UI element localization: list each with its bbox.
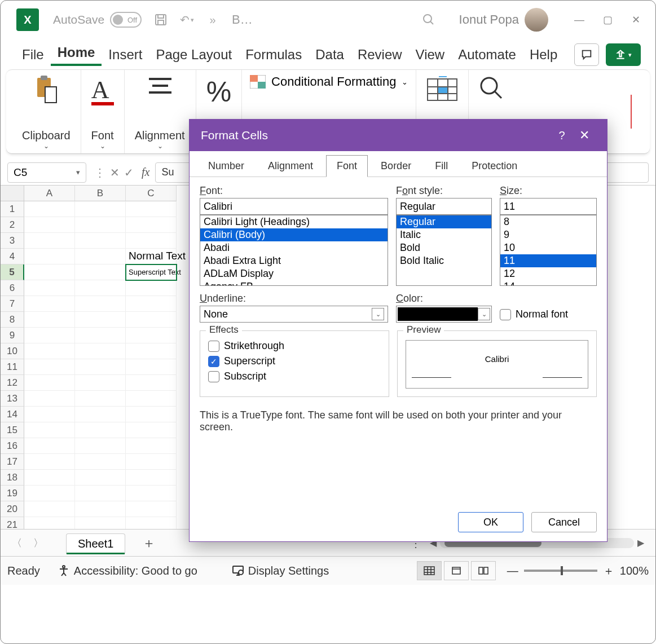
- list-item[interactable]: Abadi Extra Light: [200, 254, 388, 267]
- cell[interactable]: [24, 501, 75, 517]
- cell[interactable]: [75, 359, 126, 375]
- name-box[interactable]: C5 ▾: [7, 162, 86, 183]
- username[interactable]: Ionut Popa: [459, 12, 519, 27]
- dialog-tab-border[interactable]: Border: [370, 155, 422, 177]
- list-item[interactable]: Calibri (Body): [200, 228, 388, 241]
- row-header[interactable]: 1: [1, 201, 24, 217]
- superscript-checkbox[interactable]: ✓ Superscript: [208, 355, 381, 367]
- cell[interactable]: [24, 328, 75, 343]
- undo-icon[interactable]: ↶ ▾: [179, 12, 195, 28]
- tab-file[interactable]: File: [15, 43, 51, 66]
- ribbon-group-clipboard[interactable]: Clipboard ⌄: [12, 70, 81, 153]
- cell[interactable]: [75, 454, 126, 470]
- cell[interactable]: [75, 343, 126, 359]
- cell[interactable]: Normal Text: [126, 249, 177, 264]
- cell[interactable]: [75, 438, 126, 454]
- cell[interactable]: [24, 486, 75, 501]
- sheet-next-icon[interactable]: 〉: [33, 536, 43, 550]
- filename[interactable]: B…: [232, 12, 253, 27]
- size-input[interactable]: [500, 198, 597, 215]
- avatar[interactable]: [525, 8, 548, 32]
- sheet-prev-icon[interactable]: 〈: [12, 536, 22, 550]
- row-header[interactable]: 12: [1, 375, 24, 391]
- zoom-level[interactable]: 100%: [620, 564, 649, 577]
- toggle-switch[interactable]: Off: [110, 12, 142, 28]
- dialog-close-button[interactable]: ✕: [573, 128, 596, 143]
- row-header[interactable]: 14: [1, 407, 24, 422]
- cell[interactable]: [24, 296, 75, 312]
- cell[interactable]: [24, 233, 75, 249]
- color-select[interactable]: ⌄: [396, 306, 492, 323]
- subscript-checkbox[interactable]: Subscript: [208, 370, 381, 382]
- maximize-button[interactable]: ▢: [593, 8, 622, 31]
- cell[interactable]: [126, 454, 177, 470]
- autosave-toggle[interactable]: AutoSave Off: [53, 12, 142, 28]
- col-header[interactable]: A: [24, 186, 75, 201]
- dialog-title-bar[interactable]: Format Cells ? ✕: [190, 120, 607, 151]
- list-item[interactable]: Abadi: [200, 241, 388, 254]
- row-header[interactable]: 10: [1, 343, 24, 359]
- cell[interactable]: [75, 470, 126, 486]
- list-item[interactable]: ADLaM Display: [200, 267, 388, 280]
- fx-icon[interactable]: fx: [142, 166, 149, 179]
- ribbon-group-font[interactable]: A Font ⌄: [81, 70, 125, 153]
- cell[interactable]: [24, 312, 75, 328]
- row-header[interactable]: 20: [1, 501, 24, 517]
- font-input[interactable]: [200, 198, 388, 215]
- row-header[interactable]: 3: [1, 233, 24, 249]
- cell[interactable]: [75, 328, 126, 343]
- dialog-help-button[interactable]: ?: [551, 129, 573, 142]
- cell[interactable]: [126, 233, 177, 249]
- list-item[interactable]: 9: [500, 228, 596, 241]
- cell[interactable]: [24, 343, 75, 359]
- list-item[interactable]: Bold: [397, 241, 491, 254]
- dialog-tab-font[interactable]: Font: [326, 155, 368, 177]
- cell[interactable]: [75, 249, 126, 264]
- list-item[interactable]: Italic: [397, 228, 491, 241]
- enter-icon[interactable]: ✓: [124, 166, 134, 179]
- cell[interactable]: [75, 407, 126, 422]
- font-style-input[interactable]: [396, 198, 492, 215]
- row-header[interactable]: 19: [1, 486, 24, 501]
- ribbon-group-alignment[interactable]: Alignment ⌄: [125, 70, 196, 153]
- dialog-tab-alignment[interactable]: Alignment: [257, 155, 324, 177]
- list-item[interactable]: 11: [500, 254, 596, 267]
- cell[interactable]: [126, 422, 177, 438]
- zoom-control[interactable]: — ＋ 100%: [507, 563, 649, 579]
- save-icon[interactable]: [153, 12, 169, 28]
- cell[interactable]: [24, 359, 75, 375]
- row-header[interactable]: 6: [1, 280, 24, 296]
- row-header[interactable]: 11: [1, 359, 24, 375]
- cell[interactable]: [126, 486, 177, 501]
- tab-insert[interactable]: Insert: [102, 43, 149, 66]
- zoom-out-button[interactable]: —: [507, 564, 518, 577]
- tab-help[interactable]: Help: [523, 43, 564, 66]
- cell[interactable]: [24, 470, 75, 486]
- cell[interactable]: [126, 438, 177, 454]
- list-item[interactable]: 12: [500, 267, 596, 280]
- cell[interactable]: [126, 217, 177, 233]
- cell[interactable]: [126, 343, 177, 359]
- cell[interactable]: [24, 454, 75, 470]
- page-break-view-button[interactable]: [471, 561, 496, 580]
- strikethrough-checkbox[interactable]: Strikethrough: [208, 340, 381, 352]
- col-header[interactable]: B: [75, 186, 126, 201]
- zoom-in-button[interactable]: ＋: [603, 563, 614, 579]
- cell[interactable]: [126, 312, 177, 328]
- list-item[interactable]: Bold Italic: [397, 254, 491, 267]
- comments-button[interactable]: [574, 43, 599, 66]
- row-header[interactable]: 9: [1, 328, 24, 343]
- cell[interactable]: [126, 328, 177, 343]
- cell[interactable]: [24, 422, 75, 438]
- row-header[interactable]: 16: [1, 438, 24, 454]
- row-header[interactable]: 2: [1, 217, 24, 233]
- more-icon[interactable]: »: [205, 12, 221, 28]
- cell[interactable]: [126, 375, 177, 391]
- list-item[interactable]: Calibri Light (Headings): [200, 215, 388, 228]
- cell[interactable]: [75, 264, 126, 280]
- cell[interactable]: [75, 391, 126, 407]
- cell[interactable]: [126, 501, 177, 517]
- row-header[interactable]: 17: [1, 454, 24, 470]
- row-header[interactable]: 8: [1, 312, 24, 328]
- dialog-tab-fill[interactable]: Fill: [424, 155, 459, 177]
